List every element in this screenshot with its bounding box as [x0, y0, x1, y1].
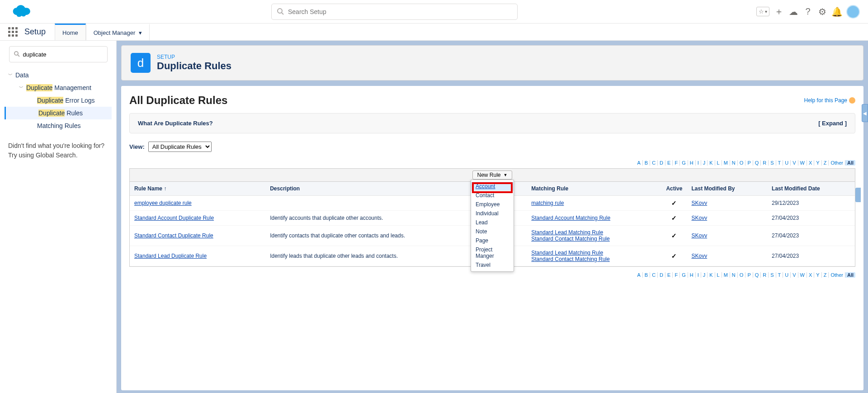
alpha-filter-u[interactable]: U: [783, 272, 791, 278]
tree-node-data[interactable]: ﹀ Data: [5, 69, 112, 81]
alpha-filter-g[interactable]: G: [680, 160, 688, 166]
alpha-filter-s[interactable]: S: [769, 272, 776, 278]
alpha-filter-g[interactable]: G: [680, 272, 688, 278]
alpha-filter-z[interactable]: Z: [822, 272, 829, 278]
global-search-input[interactable]: [288, 8, 512, 15]
dropdown-option-travel[interactable]: Travel: [471, 260, 514, 270]
alpha-filter-i[interactable]: I: [696, 272, 701, 278]
tree-node-duplicate-management[interactable]: ﹀ Duplicate Management: [5, 81, 112, 94]
dropdown-option-page[interactable]: Page: [471, 236, 514, 245]
modified-by-link[interactable]: SKovv: [691, 232, 707, 239]
alpha-filter-h[interactable]: H: [688, 160, 696, 166]
alpha-filter-all[interactable]: All: [845, 160, 855, 166]
salesforce-help-icon[interactable]: ☁: [788, 7, 798, 17]
alpha-filter-o[interactable]: O: [738, 272, 746, 278]
expand-link[interactable]: [ Expand ]: [818, 120, 847, 127]
alpha-filter-y[interactable]: Y: [814, 160, 821, 166]
alpha-filter-other[interactable]: Other: [829, 272, 845, 278]
alpha-filter-p[interactable]: P: [745, 160, 753, 166]
dropdown-option-contact[interactable]: Contact: [471, 191, 514, 200]
alpha-filter-e[interactable]: E: [665, 160, 673, 166]
alpha-filter-z[interactable]: Z: [822, 160, 829, 166]
alpha-filter-c[interactable]: C: [650, 272, 658, 278]
alpha-filter-d[interactable]: D: [658, 160, 665, 166]
dropdown-option-project-manger[interactable]: Project Manger: [471, 245, 514, 260]
alpha-filter-q[interactable]: Q: [753, 160, 761, 166]
salesforce-logo[interactable]: [9, 4, 33, 20]
col-modified-date[interactable]: Last Modified Date: [767, 182, 855, 196]
dropdown-option-note[interactable]: Note: [471, 227, 514, 236]
quick-find-input[interactable]: [23, 51, 103, 58]
avatar[interactable]: [846, 5, 860, 19]
matching-rule-link[interactable]: Standard Contact Matching Rule: [531, 236, 609, 242]
alpha-filter-k[interactable]: K: [708, 160, 715, 166]
alpha-filter-j[interactable]: J: [701, 272, 708, 278]
tab-home[interactable]: Home: [55, 24, 86, 40]
app-launcher-icon[interactable]: [8, 27, 18, 37]
tab-object-manager[interactable]: Object Manager ▾: [86, 24, 150, 40]
modified-by-link[interactable]: SKovv: [691, 200, 707, 206]
tree-node-duplicate-error-logs[interactable]: Duplicate Error Logs: [5, 94, 112, 107]
alpha-filter-a[interactable]: A: [635, 160, 642, 166]
collapse-panel-icon[interactable]: [855, 188, 861, 202]
alpha-filter-o[interactable]: O: [738, 160, 746, 166]
col-description[interactable]: Description: [265, 182, 486, 196]
col-matching-rule[interactable]: Matching Rule: [527, 182, 661, 196]
rule-link[interactable]: Standard Lead Duplicate Rule: [134, 253, 207, 259]
alpha-filter-q[interactable]: Q: [753, 272, 761, 278]
alpha-filter-other[interactable]: Other: [829, 160, 845, 166]
alpha-filter-c[interactable]: C: [650, 160, 658, 166]
dropdown-option-individual[interactable]: Individual: [471, 209, 514, 218]
alpha-filter-n[interactable]: N: [730, 272, 738, 278]
tree-node-matching-rules[interactable]: Matching Rules: [5, 119, 112, 132]
dropdown-option-employee[interactable]: Employee: [471, 200, 514, 209]
alpha-filter-f[interactable]: F: [673, 272, 680, 278]
alpha-filter-w[interactable]: W: [798, 160, 807, 166]
alpha-filter-all[interactable]: All: [845, 272, 855, 278]
tree-node-duplicate-rules[interactable]: Duplicate Rules: [5, 107, 112, 119]
dropdown-option-account[interactable]: Account: [471, 182, 514, 191]
alpha-filter-t[interactable]: T: [776, 160, 783, 166]
matching-rule-link[interactable]: Standard Lead Matching Rule: [531, 229, 603, 236]
rule-link[interactable]: Standard Contact Duplicate Rule: [134, 232, 213, 239]
alpha-filter-h[interactable]: H: [688, 272, 696, 278]
alpha-filter-t[interactable]: T: [776, 272, 783, 278]
rule-link[interactable]: Standard Account Duplicate Rule: [134, 215, 214, 221]
alpha-filter-i[interactable]: I: [696, 160, 701, 166]
matching-rule-link[interactable]: Standard Contact Matching Rule: [531, 256, 609, 262]
alpha-filter-v[interactable]: V: [791, 160, 798, 166]
dropdown-option-lead[interactable]: Lead: [471, 218, 514, 227]
matching-rule-link[interactable]: Standard Lead Matching Rule: [531, 250, 603, 256]
modified-by-link[interactable]: SKovv: [691, 253, 707, 259]
col-rule-name[interactable]: Rule Name ↑: [130, 182, 265, 196]
view-select[interactable]: All Duplicate Rules: [148, 142, 212, 152]
alpha-filter-x[interactable]: X: [807, 272, 814, 278]
alpha-filter-a[interactable]: A: [635, 272, 642, 278]
quick-find[interactable]: [9, 46, 108, 62]
col-modified-by[interactable]: Last Modified By: [687, 182, 767, 196]
alpha-filter-u[interactable]: U: [783, 160, 791, 166]
modified-by-link[interactable]: SKovv: [691, 215, 707, 221]
favorites-button[interactable]: ☆ ▾: [756, 7, 769, 16]
alpha-filter-f[interactable]: F: [673, 160, 680, 166]
alpha-filter-d[interactable]: D: [658, 272, 665, 278]
bell-icon[interactable]: 🔔: [832, 7, 842, 17]
alpha-filter-m[interactable]: M: [722, 160, 730, 166]
add-icon[interactable]: ＋: [774, 7, 784, 17]
alpha-filter-j[interactable]: J: [701, 160, 708, 166]
alpha-filter-x[interactable]: X: [807, 160, 814, 166]
alpha-filter-s[interactable]: S: [769, 160, 776, 166]
alpha-filter-r[interactable]: R: [761, 160, 769, 166]
help-icon[interactable]: ?: [803, 7, 813, 17]
alpha-filter-r[interactable]: R: [761, 272, 769, 278]
alpha-filter-b[interactable]: B: [643, 272, 650, 278]
alpha-filter-m[interactable]: M: [722, 272, 730, 278]
col-active[interactable]: Active: [661, 182, 687, 196]
alpha-filter-l[interactable]: L: [715, 272, 722, 278]
alpha-filter-l[interactable]: L: [715, 160, 722, 166]
global-search[interactable]: [271, 4, 518, 20]
gear-icon[interactable]: ⚙: [817, 7, 827, 17]
new-rule-button[interactable]: New Rule ▼: [472, 170, 513, 180]
alpha-filter-v[interactable]: V: [791, 272, 798, 278]
matching-rule-link[interactable]: matching rule: [531, 200, 564, 206]
